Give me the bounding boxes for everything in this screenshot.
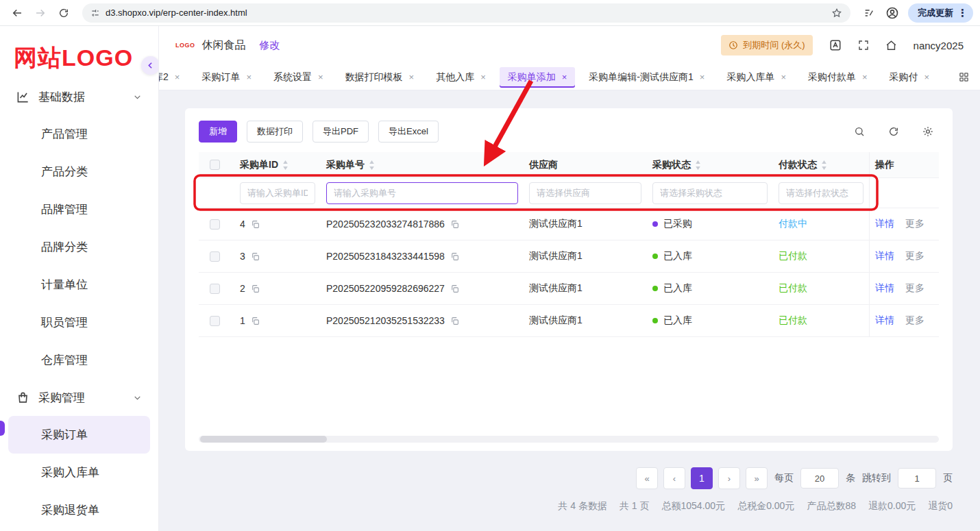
filter-status-select[interactable] [652, 182, 768, 204]
row-checkbox-cell [199, 273, 234, 304]
sidebar-item[interactable]: 采购退货单 [8, 491, 150, 529]
copy-icon[interactable] [251, 252, 260, 261]
horizontal-scrollbar[interactable] [199, 436, 939, 443]
row-checkbox[interactable] [210, 284, 220, 294]
page-button[interactable]: » [746, 467, 768, 489]
column-header[interactable]: 采购单ID [234, 152, 321, 177]
fullscreen-icon[interactable] [858, 40, 869, 51]
tab-close-icon[interactable]: × [246, 72, 252, 82]
jump-page-input[interactable]: 1 [898, 468, 936, 489]
copy-icon[interactable] [450, 220, 459, 229]
tab[interactable]: 其他入库× [428, 67, 494, 88]
tab-close-icon[interactable]: × [175, 72, 180, 82]
sidebar-item[interactable]: 产品分类 [8, 153, 150, 190]
select-all-checkbox[interactable] [210, 160, 220, 170]
tab[interactable]: 采购订单× [193, 67, 260, 88]
tab[interactable]: 采购付× [881, 67, 938, 88]
copy-icon[interactable] [251, 284, 260, 293]
tab-close-icon[interactable]: × [700, 72, 705, 82]
tab[interactable]: 系统设置× [265, 67, 332, 88]
settings-gear-icon[interactable] [922, 126, 933, 137]
copy-icon[interactable] [450, 252, 459, 261]
sidebar-item[interactable]: 职员管理 [8, 304, 150, 341]
sidebar-item[interactable]: 品牌管理 [8, 190, 150, 228]
shop-edit-link[interactable]: 修改 [260, 39, 280, 52]
column-header[interactable]: 采购单号 [321, 152, 524, 177]
filter-order-no-input[interactable] [326, 182, 518, 204]
more-link[interactable]: 更多 [905, 218, 924, 230]
row-checkbox[interactable] [210, 316, 220, 326]
filter-order-id-input[interactable] [240, 182, 315, 204]
page-size-select[interactable]: 20 [800, 468, 839, 489]
scrollbar-thumb[interactable] [200, 436, 327, 443]
language-icon[interactable] [829, 39, 842, 51]
sort-icon[interactable] [821, 160, 827, 170]
filter-supplier-select[interactable] [529, 182, 641, 204]
tab[interactable]: 采购单添加× [500, 67, 576, 88]
sidebar-group-header[interactable]: 采购管理 [8, 379, 150, 416]
extensions-icon[interactable] [859, 3, 879, 23]
sidebar-collapse-button[interactable] [141, 56, 159, 75]
page-button[interactable]: › [718, 467, 740, 489]
export-pdf-button[interactable]: 导出PDF [313, 121, 369, 143]
data-print-button[interactable]: 数据打印 [247, 121, 303, 143]
tab[interactable]: 采购付款单× [800, 67, 876, 88]
sort-icon[interactable] [282, 160, 289, 170]
tab-close-icon[interactable]: × [924, 72, 930, 82]
more-link[interactable]: 更多 [905, 282, 924, 295]
browser-update-button[interactable]: 完成更新 ⋮ [908, 3, 973, 23]
detail-link[interactable]: 详情 [875, 218, 894, 230]
tab-close-icon[interactable]: × [562, 72, 567, 82]
reload-icon[interactable] [53, 3, 74, 23]
sort-icon[interactable] [695, 160, 701, 170]
sidebar-item[interactable]: 采购订单 [8, 416, 150, 454]
more-link[interactable]: 更多 [905, 250, 924, 262]
refresh-icon[interactable] [888, 126, 899, 137]
home-icon[interactable] [885, 40, 897, 51]
copy-icon[interactable] [450, 317, 459, 325]
forward-icon[interactable] [30, 3, 51, 23]
page-button[interactable]: ‹ [663, 467, 685, 489]
sidebar-item[interactable]: 产品管理 [8, 115, 150, 153]
sidebar-item[interactable]: 仓库管理 [8, 341, 150, 379]
address-bar[interactable]: d3.shopxo.vip/erp-center-index.html [82, 3, 850, 23]
tab-list-icon[interactable] [948, 72, 980, 82]
tab[interactable]: 采购入库单× [718, 67, 794, 88]
detail-link[interactable]: 详情 [875, 250, 894, 262]
column-header[interactable]: 采购状态 [647, 152, 773, 177]
add-button[interactable]: 新增 [199, 121, 237, 143]
filter-payment-select[interactable] [779, 182, 863, 204]
export-excel-button[interactable]: 导出Excel [378, 121, 439, 143]
sidebar-item[interactable]: 采购入库单 [8, 454, 150, 491]
tab-close-icon[interactable]: × [318, 72, 323, 82]
tab-close-icon[interactable]: × [480, 72, 486, 82]
page-button[interactable]: 1 [691, 467, 713, 489]
search-icon[interactable] [854, 126, 865, 137]
username[interactable]: nancy2025 [914, 40, 964, 51]
browser-menu-icon[interactable]: ⋮ [957, 7, 968, 19]
tab-close-icon[interactable]: × [862, 72, 868, 82]
site-settings-icon[interactable] [90, 8, 100, 18]
row-checkbox[interactable] [210, 251, 220, 262]
bookmark-star-icon[interactable] [831, 8, 842, 18]
tab-close-icon[interactable]: × [781, 72, 786, 82]
page-button[interactable]: « [636, 467, 658, 489]
tab[interactable]: 库2× [159, 67, 188, 88]
sidebar-item[interactable]: 品牌分类 [8, 228, 150, 266]
copy-icon[interactable] [251, 220, 260, 229]
tab-close-icon[interactable]: × [409, 72, 415, 82]
tab[interactable]: 采购单编辑-测试供应商1× [580, 67, 713, 88]
sidebar-item[interactable]: 计量单位 [8, 266, 150, 304]
tab[interactable]: 数据打印模板× [337, 67, 423, 88]
row-checkbox[interactable] [210, 219, 220, 230]
profile-icon[interactable] [882, 3, 903, 23]
sidebar-group-header[interactable]: 基础数据 [8, 78, 150, 115]
back-icon[interactable] [7, 3, 27, 23]
detail-link[interactable]: 详情 [875, 314, 894, 327]
copy-icon[interactable] [251, 317, 260, 325]
copy-icon[interactable] [450, 284, 459, 293]
column-header[interactable]: 付款状态 [773, 152, 869, 177]
more-link[interactable]: 更多 [905, 314, 924, 327]
sort-icon[interactable] [369, 160, 375, 170]
detail-link[interactable]: 详情 [875, 282, 894, 295]
